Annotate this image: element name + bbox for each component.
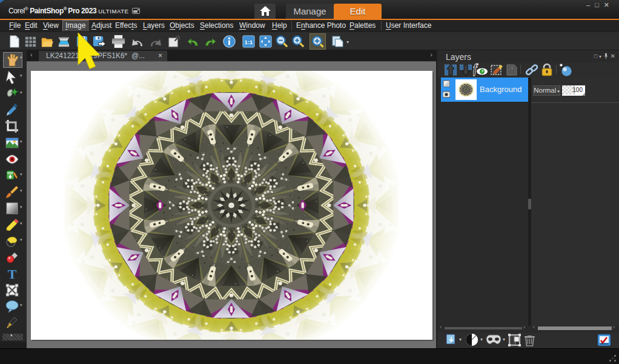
svg-text:T: T xyxy=(8,266,17,281)
svg-text:1:1: 1:1 xyxy=(245,39,254,45)
